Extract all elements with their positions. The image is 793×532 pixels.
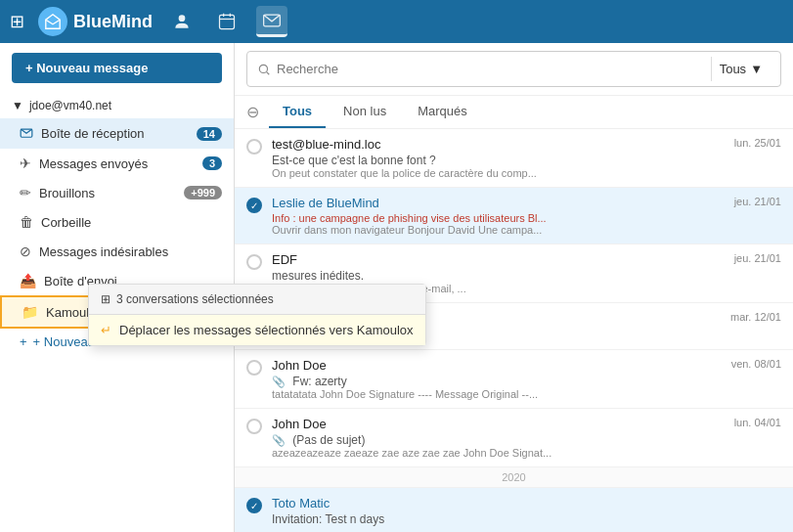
email-row[interactable]: ✓ Toto Matic Invitation: Test n days [235,488,793,532]
tooltip-move-action[interactable]: ↵ Déplacer les messages sélectionnés ver… [89,315,425,345]
email-sender: Leslie de BlueMind [272,196,725,210]
new-message-button[interactable]: + Nouveau message [12,53,222,83]
logo: BlueMind [38,7,153,36]
email-date: lun. 25/01 [734,137,781,149]
email-date: ven. 08/01 [731,358,781,370]
svg-point-7 [259,65,267,72]
sidebar-item-trash[interactable]: 🗑 Corbeille [0,207,234,237]
drafts-icon: ✏ [20,185,31,200]
svg-line-8 [267,71,270,74]
inbox-label: Boîte de réception [41,126,189,141]
email-checkbox[interactable] [246,254,262,270]
tab-all[interactable]: Tous [269,96,326,128]
search-bar: Tous ▼ [246,51,781,87]
account-label: jdoe@vm40.net [29,99,111,112]
email-content: Leslie de BlueMind Info : une campagne d… [272,196,725,236]
drafts-label: Brouillons [39,186,176,200]
sent-label: Messages envoyés [39,156,195,171]
email-subject: mesures inédites. [272,269,725,283]
sent-icon: ✈ [20,155,31,171]
inbox-icon [20,125,33,142]
sidebar-item-sent[interactable]: ✈ Messages envoyés 3 [0,149,234,178]
main-header: Tous ▼ [235,43,793,96]
email-subject: 📎 Fw: azerty [272,375,722,388]
account-item[interactable]: ▼ jdoe@vm40.net [0,93,234,118]
account-arrow: ▼ [12,99,23,112]
drafts-badge: +999 [184,186,222,200]
email-sender: Toto Matic [272,496,771,510]
calendar-nav-icon[interactable] [211,6,242,37]
tooltip-header-icon: ⊞ [101,292,110,306]
email-checkbox[interactable] [246,360,262,376]
email-sender: test@blue-mind.loc [272,137,725,152]
user-nav-icon[interactable] [166,6,198,37]
spam-label: Messages indésirables [39,244,222,259]
email-tabs: ⊖ Tous Non lus Marqués [235,96,793,129]
email-row[interactable]: ✓ Leslie de BlueMind Info : une campagne… [235,188,793,244]
email-subject: 📎 (Pas de sujet) [272,433,725,447]
email-preview: On peut constater que la police de carac… [272,167,725,179]
outbox-icon: 📤 [20,273,36,288]
email-row[interactable]: John Doe 📎 Fw: azerty tatatatata John Do… [235,350,793,409]
search-icon [257,63,271,76]
attachment-icon: 📎 [272,376,286,387]
email-checkbox[interactable]: ✓ [246,198,262,213]
email-content: John Doe 📎 Fw: azerty tatatatata John Do… [272,358,722,400]
mail-nav-icon[interactable] [256,6,287,37]
email-checkbox[interactable]: ✓ [246,498,262,513]
email-date: jeu. 21/01 [734,252,781,264]
email-subject: Info : une campagne de phishing vise des… [272,212,725,224]
search-filter-label: Tous [720,62,746,76]
email-sender: John Doe [272,417,725,431]
trash-label: Corbeille [41,215,222,230]
kamoulox-icon: 📁 [22,304,38,320]
email-preview: tatatatata John Doe Signature ---- Messa… [272,388,722,400]
email-checkbox[interactable] [246,139,262,155]
email-checkbox[interactable] [246,419,262,434]
logo-text: BlueMind [73,12,153,32]
inbox-badge: 14 [197,127,222,141]
email-content: John Doe 📎 (Pas de sujet) azeazeazeaze z… [272,417,725,459]
email-content: Toto Matic Invitation: Test n days [272,496,771,526]
email-subject: Est-ce que c'est la bonne font ? [272,154,725,167]
sidebar-item-spam[interactable]: ⊘ Messages indésirables [0,237,234,266]
search-input[interactable] [277,62,705,76]
email-row[interactable]: John Doe 📎 (Pas de sujet) azeazeazeaze z… [235,409,793,467]
new-folder-plus: + [20,334,27,349]
attachment-icon: 📎 [272,434,286,446]
tab-flagged[interactable]: Marqués [404,96,481,128]
date-divider-2020: 2020 [235,467,793,488]
email-sender: John Doe [272,358,722,373]
email-date: jeu. 21/01 [734,196,781,207]
tooltip-action-icon: ↵ [101,323,111,337]
email-preview: azeazeazeaze zaeaze zae aze zae zae John… [272,447,725,459]
search-filter-arrow: ▼ [750,62,763,76]
tooltip-action-label: Déplacer les messages sélectionnés vers … [119,323,414,337]
context-menu-popup: ⊞ 3 conversations sélectionnées ↵ Déplac… [88,284,426,346]
email-date: lun. 04/01 [734,417,781,428]
tooltip-header-label: 3 conversations sélectionnées [116,292,274,306]
search-filter-dropdown[interactable]: Tous ▼ [711,57,771,81]
email-content: test@blue-mind.loc Est-ce que c'est la b… [272,137,725,179]
spam-icon: ⊘ [20,244,31,259]
logo-icon [38,7,67,36]
top-navigation: ⊞ BlueMind [0,0,793,43]
tab-minus-icon[interactable]: ⊖ [246,103,259,121]
trash-icon: 🗑 [20,214,33,230]
svg-point-0 [179,15,186,22]
tab-unread[interactable]: Non lus [330,96,400,128]
sidebar-item-drafts[interactable]: ✏ Brouillons +999 [0,178,234,207]
tooltip-header: ⊞ 3 conversations sélectionnées [89,285,425,315]
sent-badge: 3 [202,156,222,170]
sidebar-item-inbox[interactable]: Boîte de réception 14 [0,118,234,149]
svg-rect-1 [220,15,235,28]
email-preview: Ouvrir dans mon navigateur Bonjour David… [272,224,725,236]
email-subject: Invitation: Test n days [272,512,771,526]
email-sender: EDF [272,252,725,267]
email-date: mar. 12/01 [730,311,781,323]
email-row[interactable]: test@blue-mind.loc Est-ce que c'est la b… [235,129,793,188]
grid-icon[interactable]: ⊞ [10,11,24,32]
